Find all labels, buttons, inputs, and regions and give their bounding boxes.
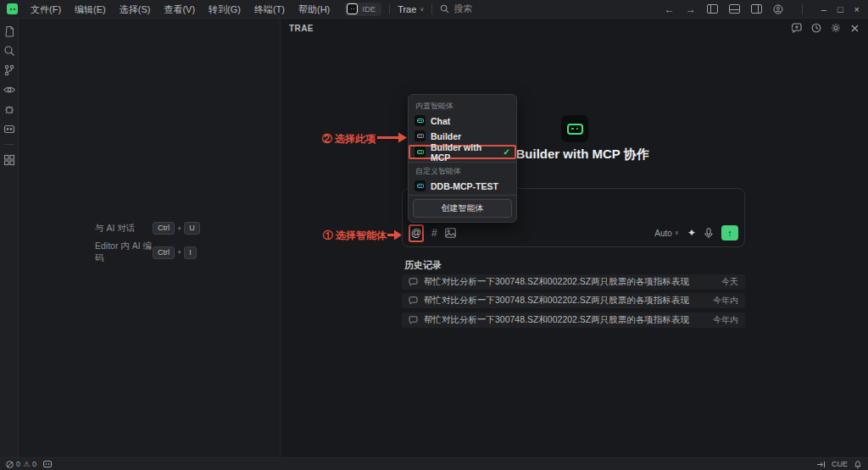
separator xyxy=(802,4,803,14)
builtin-agents-section-label: 内置智能体 xyxy=(409,99,516,114)
chevron-down-icon: ∨ xyxy=(675,229,679,236)
account-icon[interactable] xyxy=(773,4,783,14)
key-ctrl: Ctrl xyxy=(153,222,175,235)
extensions-icon[interactable] xyxy=(3,154,15,166)
send-arrow-icon: ↑ xyxy=(727,228,732,238)
history-item[interactable]: 帮忙对比分析一下300748.SZ和002202.SZ两只股票的各项指标表现 今… xyxy=(402,293,745,308)
close-panel-icon[interactable] xyxy=(850,24,860,33)
history-item[interactable]: 帮忙对比分析一下300748.SZ和002202.SZ两只股票的各项指标表现 今… xyxy=(402,274,745,290)
enhance-prompt-icon[interactable]: ✦ xyxy=(687,227,696,239)
cue-label[interactable]: CUE xyxy=(832,460,848,468)
ide-mode-label: IDE xyxy=(362,4,376,14)
menu-goto[interactable]: 转到(G) xyxy=(202,0,248,19)
cue-icon xyxy=(816,461,826,468)
history-item-text: 帮忙对比分析一下300748.SZ和002202.SZ两只股票的各项指标表现 xyxy=(424,276,689,288)
shortcut-chat: 与 AI 对话 Ctrl + U xyxy=(95,222,200,235)
source-control-icon[interactable] xyxy=(3,64,15,76)
annotation-step2-label: ② 选择此项 xyxy=(314,132,376,147)
menu-terminal[interactable]: 终端(T) xyxy=(248,0,292,19)
agent-select-button[interactable]: @ xyxy=(409,224,424,242)
error-count: 0 xyxy=(16,460,20,468)
layout-left-icon[interactable] xyxy=(707,4,718,14)
search-label: 搜索 xyxy=(453,3,472,15)
agent-item-ddb-mcp-test[interactable]: DDB-MCP-TEST xyxy=(409,180,516,192)
model-name: Auto xyxy=(654,229,672,238)
problems-indicator[interactable]: 0 ⚠ 0 xyxy=(6,460,36,468)
send-button[interactable]: ↑ xyxy=(721,225,738,241)
separator xyxy=(431,4,432,14)
builder-agent-icon xyxy=(415,130,426,141)
editor-area: 与 AI 对话 Ctrl + U Editor 内 AI 编码 Ctrl + I xyxy=(19,19,280,457)
trae-ide-window: 文件(F) 编辑(E) 选择(S) 查看(V) 转到(G) 终端(T) 帮助(H… xyxy=(0,0,868,470)
key-plus: + xyxy=(177,224,181,233)
menu-help[interactable]: 帮助(H) xyxy=(292,0,337,19)
ai-status-robot-icon[interactable] xyxy=(43,461,52,467)
menu-edit[interactable]: 编辑(E) xyxy=(68,0,113,19)
status-bar: 0 ⚠ 0 CUE xyxy=(0,457,868,470)
layout-right-icon[interactable] xyxy=(751,4,762,14)
history-heading: 历史记录 xyxy=(404,259,442,272)
history-item-time: 今天 xyxy=(721,276,738,288)
history-icon[interactable] xyxy=(811,23,821,33)
ide-mode-toggle[interactable]: IDE xyxy=(345,3,381,16)
chat-bubble-icon xyxy=(409,316,418,324)
chat-bubble-icon xyxy=(409,296,418,305)
trae-agent-logo-icon xyxy=(561,115,588,142)
key-ctrl: Ctrl xyxy=(153,246,175,259)
agent-item-builder-with-mcp[interactable]: Builder with MCP ✓ xyxy=(409,145,516,159)
nav-forward-button[interactable]: → xyxy=(686,3,696,15)
notification-bell-icon[interactable] xyxy=(854,460,862,469)
create-agent-button[interactable]: 创建智能体 xyxy=(413,199,512,218)
panel-title: TRAE xyxy=(289,24,314,33)
history-item-time: 今年内 xyxy=(713,314,738,326)
custom-agents-section-label: 自定义智能体 xyxy=(409,164,516,180)
context-hash-button[interactable]: # xyxy=(431,227,437,239)
history-item[interactable]: 帮忙对比分析一下300748.SZ和002202.SZ两只股票的各项指标表现 今… xyxy=(402,312,745,328)
mcp-agent-icon xyxy=(415,147,426,158)
microphone-icon[interactable] xyxy=(704,228,713,239)
agent-label: DDB-MCP-TEST xyxy=(431,181,498,191)
error-icon xyxy=(6,461,14,468)
app-logo-icon xyxy=(7,3,18,14)
global-search[interactable]: 搜索 xyxy=(440,3,472,15)
history-item-time: 今年内 xyxy=(713,295,738,307)
agent-item-chat[interactable]: Chat xyxy=(409,114,516,127)
chevron-down-icon: ∨ xyxy=(420,6,424,13)
window-minimize-button[interactable]: – xyxy=(821,4,826,14)
search-icon xyxy=(440,4,449,14)
key-plus: + xyxy=(177,248,181,257)
menu-file[interactable]: 文件(F) xyxy=(24,0,68,19)
robot-icon xyxy=(347,3,358,14)
trae-ai-panel: TRAE 与 Builder with MCP 协作 @ @ # Auto xyxy=(280,19,868,457)
layout-bottom-icon[interactable] xyxy=(729,4,740,14)
debug-bug-icon[interactable] xyxy=(3,103,15,115)
agent-label: Builder with MCP xyxy=(431,142,498,163)
warning-icon: ⚠ xyxy=(23,460,30,468)
panel-header: TRAE xyxy=(281,19,868,37)
window-maximize-button[interactable]: □ xyxy=(837,4,843,14)
settings-gear-icon[interactable] xyxy=(831,23,841,33)
new-chat-icon[interactable] xyxy=(792,23,802,33)
nav-back-button[interactable]: ← xyxy=(665,3,675,15)
chat-agent-icon xyxy=(415,115,426,126)
ai-robot-icon[interactable] xyxy=(3,123,15,135)
workspace-selector[interactable]: Trae ∨ xyxy=(398,4,424,14)
divider xyxy=(4,144,14,145)
menu-selection[interactable]: 选择(S) xyxy=(113,0,158,19)
history-item-text: 帮忙对比分析一下300748.SZ和002202.SZ两只股票的各项指标表现 xyxy=(424,314,689,326)
title-bar: 文件(F) 编辑(E) 选择(S) 查看(V) 转到(G) 终端(T) 帮助(H… xyxy=(0,0,868,19)
preview-eye-icon[interactable] xyxy=(3,84,15,96)
explorer-icon[interactable] xyxy=(3,25,15,37)
agent-label: Chat xyxy=(431,116,450,126)
model-selector[interactable]: Auto ∨ xyxy=(654,229,679,238)
agent-item-builder[interactable]: Builder xyxy=(409,130,516,142)
menu-view[interactable]: 查看(V) xyxy=(157,0,202,19)
attach-image-icon[interactable] xyxy=(445,228,456,238)
window-close-button[interactable]: × xyxy=(854,4,860,14)
agent-label: Builder xyxy=(431,131,461,141)
annotation-step1-label: ① 选择智能体 xyxy=(306,229,387,243)
agent-dropdown-menu: 内置智能体 Chat Builder Builder with MCP ✓ 自定… xyxy=(408,94,517,223)
shortcut-label: 与 AI 对话 xyxy=(95,223,153,235)
check-icon: ✓ xyxy=(504,147,510,157)
search-icon[interactable] xyxy=(3,45,15,57)
